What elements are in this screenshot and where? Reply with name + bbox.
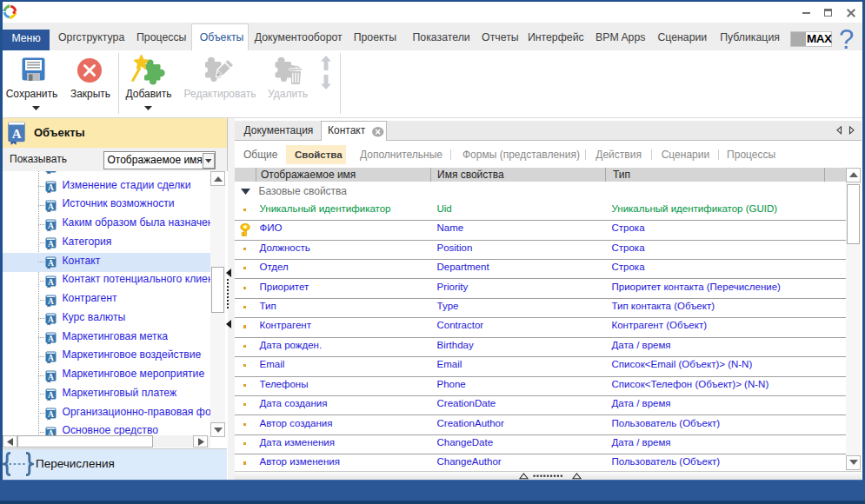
svg-text:A: A (48, 277, 54, 286)
svg-text:A: A (48, 391, 54, 400)
svg-text:A: A (48, 410, 54, 419)
svg-text:A: A (48, 315, 54, 324)
svg-text:A: A (48, 296, 54, 305)
svg-text:A: A (48, 202, 54, 210)
svg-text:A: A (12, 127, 22, 141)
svg-text:A: A (48, 240, 54, 249)
svg-text:A: A (48, 372, 54, 381)
svg-text:A: A (48, 353, 54, 361)
svg-text:A: A (48, 171, 54, 173)
svg-text:A: A (48, 259, 54, 268)
svg-text:A: A (48, 335, 54, 343)
svg-text:A: A (48, 221, 54, 229)
svg-text:A: A (48, 183, 54, 192)
